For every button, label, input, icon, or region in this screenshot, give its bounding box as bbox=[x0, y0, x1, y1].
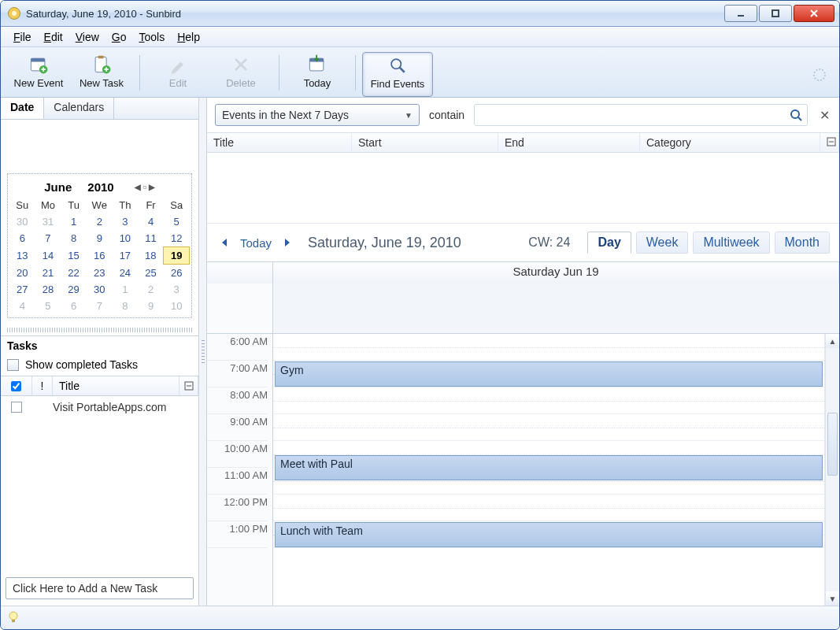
calendar-event[interactable]: Gym bbox=[275, 361, 823, 387]
close-find-icon[interactable]: ✕ bbox=[817, 108, 831, 123]
menu-file[interactable]: File bbox=[9, 29, 36, 45]
minical-day[interactable]: 4 bbox=[9, 298, 35, 314]
minical-day[interactable]: 4 bbox=[138, 213, 164, 230]
minical-day[interactable]: 12 bbox=[164, 230, 190, 247]
minical-day[interactable]: 21 bbox=[35, 265, 61, 282]
calendar-event[interactable]: Lunch with Team bbox=[275, 522, 823, 547]
new-event-button[interactable]: New Event bbox=[7, 52, 70, 97]
tab-day[interactable]: Day bbox=[587, 232, 631, 254]
tab-calendars[interactable]: Calendars bbox=[44, 98, 114, 119]
minical-day[interactable]: 19 bbox=[164, 247, 190, 265]
minical-day[interactable]: 13 bbox=[9, 247, 35, 265]
minical-day[interactable]: 25 bbox=[138, 265, 164, 282]
window-minimize-button[interactable] bbox=[724, 5, 757, 22]
tasks-col-check[interactable] bbox=[11, 381, 21, 391]
col-start[interactable]: Start bbox=[352, 133, 498, 152]
minical-day[interactable]: 27 bbox=[9, 281, 35, 298]
delete-button: Delete bbox=[209, 52, 272, 97]
minical-day[interactable]: 3 bbox=[164, 281, 190, 298]
col-end[interactable]: End bbox=[498, 133, 640, 152]
minical-today-icon[interactable]: ○ bbox=[142, 183, 147, 191]
time-label: 7:00 AM bbox=[207, 361, 268, 387]
menu-go[interactable]: Go bbox=[107, 29, 131, 45]
menu-tools[interactable]: Tools bbox=[135, 29, 170, 45]
minical-day[interactable]: 2 bbox=[87, 213, 113, 230]
add-task-input[interactable]: Click Here to Add a New Task bbox=[6, 577, 194, 599]
minical-day[interactable]: 5 bbox=[35, 298, 61, 314]
col-category[interactable]: Category bbox=[640, 133, 820, 152]
calendar-event[interactable]: Meet with Paul bbox=[275, 455, 823, 480]
tasks-col-title[interactable]: Title bbox=[53, 376, 179, 395]
minical-day[interactable]: 16 bbox=[87, 247, 113, 265]
show-completed-checkbox[interactable] bbox=[7, 359, 19, 371]
minical-prev-icon[interactable]: ◀ bbox=[135, 183, 141, 191]
search-input[interactable] bbox=[474, 104, 808, 126]
tasks-col-picker-icon[interactable] bbox=[179, 376, 198, 395]
minical-day[interactable]: 6 bbox=[61, 298, 87, 314]
minical-day[interactable]: 28 bbox=[35, 281, 61, 298]
minical-day[interactable]: 23 bbox=[87, 265, 113, 282]
tab-date[interactable]: Date bbox=[1, 98, 44, 119]
all-day-area bbox=[207, 284, 839, 334]
minical-day[interactable]: 20 bbox=[9, 265, 35, 282]
scroll-up-icon[interactable]: ▲ bbox=[826, 334, 839, 348]
minical-day[interactable]: 10 bbox=[164, 298, 190, 314]
minical-day[interactable]: 29 bbox=[61, 281, 87, 298]
menu-view[interactable]: View bbox=[71, 29, 104, 45]
minical-day[interactable]: 24 bbox=[113, 265, 139, 282]
window-close-button[interactable] bbox=[794, 5, 834, 22]
minical-day[interactable]: 2 bbox=[138, 281, 164, 298]
new-task-button[interactable]: New Task bbox=[70, 52, 133, 97]
minical-dow: Su bbox=[9, 197, 35, 213]
scroll-down-icon[interactable]: ▼ bbox=[826, 591, 839, 606]
minical-day[interactable]: 14 bbox=[35, 247, 61, 265]
minical-day[interactable]: 6 bbox=[9, 230, 35, 247]
minical-day[interactable]: 7 bbox=[87, 298, 113, 314]
minical-day[interactable]: 7 bbox=[35, 230, 61, 247]
sidebar: Date Calendars June 2010 ◀ ○ ▶ bbox=[1, 98, 199, 606]
minical-day[interactable]: 11 bbox=[138, 230, 164, 247]
tab-week[interactable]: Week bbox=[636, 232, 689, 254]
col-title[interactable]: Title bbox=[207, 133, 352, 152]
vertical-splitter[interactable] bbox=[199, 98, 207, 606]
sidebar-splitter[interactable] bbox=[7, 328, 192, 332]
menu-edit[interactable]: Edit bbox=[39, 29, 68, 45]
minical-day[interactable]: 1 bbox=[113, 281, 139, 298]
minical-day[interactable]: 15 bbox=[61, 247, 87, 265]
minical-day[interactable]: 8 bbox=[113, 298, 139, 314]
minical-day[interactable]: 9 bbox=[87, 230, 113, 247]
task-row[interactable]: Visit PortableApps.com bbox=[1, 396, 198, 418]
minical-day[interactable]: 10 bbox=[113, 230, 139, 247]
minical-day[interactable]: 18 bbox=[138, 247, 164, 265]
prev-day-button[interactable] bbox=[216, 235, 232, 250]
window-maximize-button[interactable] bbox=[759, 5, 792, 22]
minical-day[interactable]: 17 bbox=[113, 247, 139, 265]
scroll-thumb[interactable] bbox=[827, 413, 838, 476]
time-label: 1:00 PM bbox=[207, 521, 268, 548]
throbber-icon bbox=[812, 68, 827, 82]
minical-next-icon[interactable]: ▶ bbox=[149, 183, 155, 191]
minical-day[interactable]: 3 bbox=[113, 213, 139, 230]
minical-day[interactable]: 30 bbox=[87, 281, 113, 298]
find-range-combo[interactable]: Events in the Next 7 Days▼ bbox=[215, 104, 420, 126]
minical-day[interactable]: 5 bbox=[164, 213, 190, 230]
today-button[interactable]: Today bbox=[286, 52, 349, 97]
task-checkbox[interactable] bbox=[11, 402, 22, 413]
tasks-col-priority-icon[interactable]: ! bbox=[32, 376, 53, 395]
day-column[interactable]: GymMeet with PaulLunch with Team bbox=[273, 334, 825, 606]
tab-month[interactable]: Month bbox=[775, 232, 830, 254]
today-link[interactable]: Today bbox=[240, 236, 272, 250]
schedule-scrollbar[interactable]: ▲ ▼ bbox=[825, 334, 839, 606]
minical-day[interactable]: 26 bbox=[164, 265, 190, 282]
next-day-button[interactable] bbox=[279, 235, 295, 250]
minical-day[interactable]: 1 bbox=[61, 213, 87, 230]
find-events-button[interactable]: Find Events bbox=[362, 52, 433, 97]
col-picker-icon[interactable] bbox=[820, 133, 839, 152]
minical-day[interactable]: 9 bbox=[138, 298, 164, 314]
minical-day[interactable]: 30 bbox=[9, 213, 35, 230]
tab-multiweek[interactable]: Multiweek bbox=[693, 232, 769, 254]
minical-day[interactable]: 31 bbox=[35, 213, 61, 230]
menu-help[interactable]: Help bbox=[172, 29, 205, 45]
minical-day[interactable]: 8 bbox=[61, 230, 87, 247]
minical-day[interactable]: 22 bbox=[61, 265, 87, 282]
